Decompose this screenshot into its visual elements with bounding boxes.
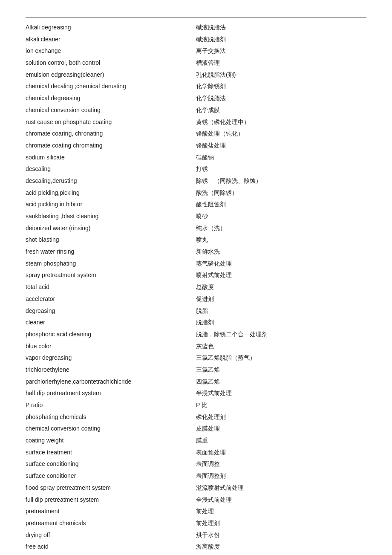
english-term: P ratio — [26, 399, 196, 411]
english-term: acid pickling in hibitor — [26, 199, 196, 211]
english-term: pretreatment — [26, 506, 196, 517]
chinese-term: 磷化处理剂 — [196, 411, 366, 423]
english-term: Alkali degreasing — [26, 22, 196, 34]
table-row: solvent degreasing 溶剂脱脂 — [26, 553, 366, 555]
english-term: chromate coaring, chronating — [26, 128, 196, 140]
chinese-term: 脱脂 — [196, 305, 366, 317]
english-term: chemical degreasing — [26, 92, 196, 104]
english-term: spray pretreatment system — [26, 269, 196, 281]
table-row: acid pickling in hibitor 酸性阻蚀剂 — [26, 199, 366, 211]
english-term: vapor degreasing — [26, 352, 196, 364]
english-term: phosphoric acid cleaning — [26, 329, 196, 341]
chinese-term: 化学成膜 — [196, 104, 366, 116]
table-row: steam phosphating 蒸气磷化处理 — [26, 258, 366, 270]
table-row: accelerator 促进剂 — [26, 293, 366, 305]
table-row: solution control, both control 槽液管理 — [26, 57, 366, 69]
chinese-term: 碱液脱脂法 — [196, 22, 366, 34]
english-term: pretreament chemicals — [26, 517, 196, 529]
english-term: phosphating chemicals — [26, 411, 196, 423]
chinese-term: 三氯乙烯脱脂（蒸气） — [196, 352, 366, 364]
table-row: chromate coating chromating 铬酸盐处理 — [26, 140, 366, 152]
table-row: free acid 游离酸度 — [26, 541, 366, 553]
table-row: chemical decaling ;chemical derusting 化学… — [26, 81, 366, 92]
english-term: free acid — [26, 541, 196, 553]
table-row: rust cause on phosphate coating 黄锈（磷化处理中… — [26, 116, 366, 128]
english-term: chromate coating chromating — [26, 140, 196, 152]
english-term: acid pickling,pickling — [26, 187, 196, 199]
table-row: emulsion edgreasing(cleaner) 乳化脱脂法(剂) — [26, 69, 366, 81]
chinese-term: 化学脱脂法 — [196, 92, 366, 104]
table-row: chemical degreasing 化学脱脂法 — [26, 92, 366, 104]
english-term: cleaner — [26, 317, 196, 329]
table-row: descaling,derusting 除锈 （同酸洗、酸蚀） — [26, 175, 366, 187]
english-term: chemical decaling ;chemical derusting — [26, 81, 196, 92]
chinese-term: 喷砂 — [196, 211, 366, 223]
chinese-term: 硅酸钠 — [196, 152, 366, 164]
table-row: half dip pretreatment system 半浸式前处理 — [26, 387, 366, 399]
table-row: flood spray pretreatment system 溢流喷射式前处理 — [26, 482, 366, 494]
english-term: sodium silicate — [26, 152, 196, 164]
english-term: parchlorlerhylene,carbontetrachlchlcride — [26, 376, 196, 388]
chinese-term: 酸洗（同除锈） — [196, 187, 366, 199]
english-term: alkali cleaner — [26, 34, 196, 46]
table-row: trichloroethylene 三氯乙烯 — [26, 364, 366, 376]
english-term: drying off — [26, 529, 196, 541]
table-row: surface conditioner 表面调整剂 — [26, 470, 366, 482]
chinese-term: 皮膜处理 — [196, 423, 366, 435]
english-term: coating weight — [26, 435, 196, 447]
chinese-term: 脱脂，除锈二个合一处理剂 — [196, 329, 366, 341]
table-row: surface conditioning 表面调整 — [26, 458, 366, 470]
chinese-term: 槽液管理 — [196, 57, 366, 69]
chinese-term: 新鲜水洗 — [196, 246, 366, 258]
english-term: emulsion edgreasing(cleaner) — [26, 69, 196, 81]
english-term: surface conditioner — [26, 470, 196, 482]
english-term: shot blasting — [26, 234, 196, 246]
english-term: deionized water (rinsing) — [26, 223, 196, 234]
table-row: chemical conversion coating 皮膜处理 — [26, 423, 366, 435]
top-divider — [26, 17, 366, 17]
table-row: pretreatment 前处理 — [26, 506, 366, 517]
chinese-term: 打锈 — [196, 163, 366, 175]
table-row: drying off 烘干水份 — [26, 529, 366, 541]
table-row: total acid 总酸度 — [26, 281, 366, 293]
chinese-term: 烘干水份 — [196, 529, 366, 541]
table-row: sankblasting ,blast cleaning 喷砂 — [26, 211, 366, 223]
table-row: full dip pretreatment system 全浸式前处理 — [26, 494, 366, 506]
term-table: Alkali degreasing 碱液脱脂法 alkali cleaner 碱… — [26, 22, 366, 555]
english-term: steam phosphating — [26, 258, 196, 270]
chinese-term: 表面调整 — [196, 458, 366, 470]
english-term: surface treatment — [26, 447, 196, 459]
english-term: sankblasting ,blast cleaning — [26, 211, 196, 223]
english-term: half dip pretreatment system — [26, 387, 196, 399]
table-row: blue color 灰蓝色 — [26, 341, 366, 353]
chinese-term: 酸性阻蚀剂 — [196, 199, 366, 211]
chinese-term: 碱液脱脂剂 — [196, 34, 366, 46]
english-term: fresh water rinsing — [26, 246, 196, 258]
table-row: chromate coaring, chronating 铬酸处理（钝化） — [26, 128, 366, 140]
table-row: shot blasting 喷丸 — [26, 234, 366, 246]
english-term: flood spray pretreatment system — [26, 482, 196, 494]
chinese-term: 除锈 （同酸洗、酸蚀） — [196, 175, 366, 187]
chinese-term: 蒸气磷化处理 — [196, 258, 366, 270]
english-term: total acid — [26, 281, 196, 293]
table-row: phosphating chemicals 磷化处理剂 — [26, 411, 366, 423]
english-term: solvent degreasing — [26, 553, 196, 555]
chinese-term: 黄锈（磷化处理中） — [196, 116, 366, 128]
page-container: Alkali degreasing 碱液脱脂法 alkali cleaner 碱… — [0, 0, 392, 555]
table-row: surface treatment 表面预处理 — [26, 447, 366, 459]
chinese-term: 全浸式前处理 — [196, 494, 366, 506]
table-row: Alkali degreasing 碱液脱脂法 — [26, 22, 366, 34]
english-term: chemical conversion coating — [26, 104, 196, 116]
table-row: coating weight 膜重 — [26, 435, 366, 447]
chinese-term: 铬酸盐处理 — [196, 140, 366, 152]
chinese-term: 纯水（洗） — [196, 223, 366, 234]
chinese-term: 三氯乙烯 — [196, 364, 366, 376]
chinese-term: 脱脂剂 — [196, 317, 366, 329]
english-term: surface conditioning — [26, 458, 196, 470]
table-row: descaling 打锈 — [26, 163, 366, 175]
english-term: degreasing — [26, 305, 196, 317]
table-row: fresh water rinsing 新鲜水洗 — [26, 246, 366, 258]
table-row: P ratio P 比 — [26, 399, 366, 411]
table-row: ion exchange 离子交换法 — [26, 45, 366, 57]
chinese-term: 喷丸 — [196, 234, 366, 246]
